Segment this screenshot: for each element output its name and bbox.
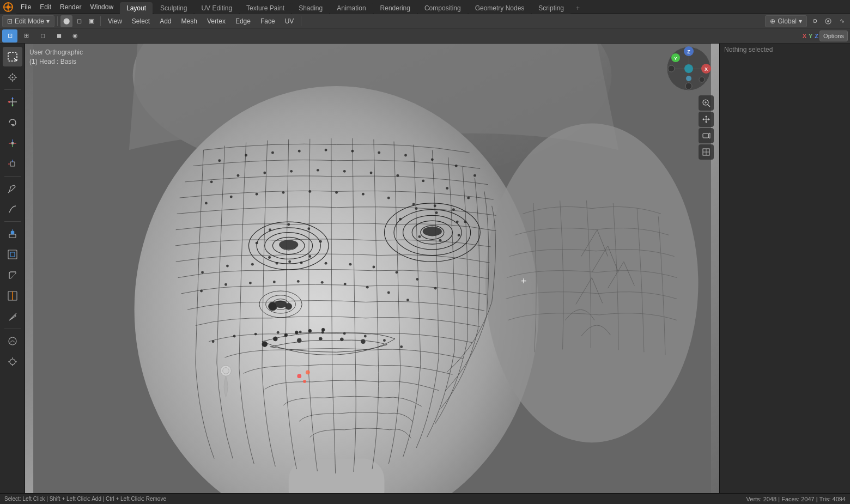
- proportional-edit-icon[interactable]: ⊙: [809, 15, 821, 27]
- menu-render[interactable]: Render: [56, 0, 86, 14]
- svg-point-8: [11, 77, 13, 78]
- transform-tool[interactable]: [3, 154, 22, 174]
- mode-selector[interactable]: ⊡ Edit Mode ▾: [2, 15, 54, 27]
- zoom-gizmo-tool[interactable]: [699, 95, 714, 111]
- loop-cut-tool[interactable]: [3, 286, 22, 306]
- svg-line-25: [8, 192, 9, 193]
- menu-file[interactable]: File: [16, 0, 35, 14]
- svg-rect-30: [10, 252, 15, 257]
- svg-marker-181: [702, 118, 704, 120]
- solid-view[interactable]: ◻: [35, 29, 50, 42]
- left-toolbar: [0, 44, 25, 493]
- add-workspace-button[interactable]: +: [572, 2, 584, 14]
- material-view[interactable]: ◼: [51, 29, 66, 42]
- select-box-tool[interactable]: [3, 47, 22, 66]
- svg-marker-15: [8, 101, 10, 103]
- shrink-fatten-tool[interactable]: [3, 352, 22, 372]
- tab-sculpting[interactable]: Sculpting: [154, 2, 193, 14]
- transform-icon: ⊕: [770, 17, 775, 25]
- vertex-stats: Verts: 2048 | Faces: 2047 | Tris: 4094: [746, 496, 846, 502]
- gizmo-tools: [699, 95, 714, 160]
- vertex-select-icon[interactable]: ⬤: [60, 15, 72, 27]
- svg-point-5: [827, 20, 829, 22]
- edge-select-icon[interactable]: ◻: [73, 15, 85, 27]
- inset-tool[interactable]: [3, 245, 22, 264]
- separator-3: [301, 16, 301, 26]
- viewport-background: [25, 44, 719, 493]
- select-menu[interactable]: Select: [127, 15, 154, 27]
- render-view[interactable]: ◉: [68, 29, 83, 42]
- annotate-tool[interactable]: [3, 179, 22, 198]
- sep-3: [4, 221, 21, 222]
- extrude-tool[interactable]: [3, 224, 22, 244]
- svg-rect-22: [10, 162, 15, 166]
- right-panel: N ▾ Transform Nothing selected: [719, 0, 850, 504]
- bevel-tool[interactable]: [3, 265, 22, 285]
- mesh-menu[interactable]: Mesh: [177, 15, 202, 27]
- svg-point-34: [10, 359, 15, 365]
- status-bar: Select: Left Click | Shift + Left Click:…: [0, 493, 850, 504]
- right-panel-xyz-container: X Y Z Options: [803, 31, 848, 41]
- tab-uv-editing[interactable]: UV Editing: [195, 2, 239, 14]
- mode-icon: ⊡: [7, 17, 13, 25]
- menu-edit[interactable]: Edit: [35, 0, 56, 14]
- transform-global-selector[interactable]: ⊕ Global ▾: [765, 15, 807, 27]
- tab-compositing[interactable]: Compositing: [418, 2, 467, 14]
- x-label: X: [803, 33, 806, 39]
- tab-animation[interactable]: Animation: [330, 2, 372, 14]
- menu-window[interactable]: Window: [86, 0, 118, 14]
- tab-shading[interactable]: Shading: [292, 2, 329, 14]
- separator-2: [100, 16, 101, 26]
- status-bar-hints: Select: Left Click | Shift + Left Click:…: [4, 496, 166, 502]
- svg-rect-27: [11, 231, 14, 234]
- wire-overlay-2[interactable]: ⊞: [19, 29, 34, 42]
- transform-chevron: ▾: [799, 17, 802, 25]
- view-menu[interactable]: View: [104, 15, 126, 27]
- draw-tool[interactable]: [3, 199, 22, 219]
- face-overlay-icon[interactable]: ⊡: [2, 29, 17, 42]
- svg-marker-13: [11, 97, 14, 99]
- z-label: Z: [815, 33, 818, 39]
- svg-rect-183: [703, 133, 708, 138]
- move-tool[interactable]: [3, 92, 22, 112]
- proportional-falloff-icon[interactable]: ∿: [836, 15, 848, 27]
- mode-chevron: ▾: [46, 17, 50, 25]
- sep-1: [4, 89, 21, 90]
- workspace-tabs: Layout Sculpting UV Editing Texture Pain…: [120, 0, 806, 14]
- camera-gizmo-tool[interactable]: [699, 128, 714, 143]
- cursor-tool[interactable]: [3, 68, 22, 87]
- top-menu-bar: File Edit Render Window Help Layout Scul…: [0, 0, 850, 14]
- y-label: Y: [809, 33, 812, 39]
- knife-tool[interactable]: [3, 307, 22, 326]
- uv-menu[interactable]: UV: [281, 15, 299, 27]
- svg-marker-184: [708, 133, 710, 138]
- sep-2: [4, 176, 21, 177]
- nothing-selected-text: Nothing selected: [723, 44, 847, 56]
- svg-rect-26: [9, 234, 16, 238]
- grid-gizmo-tool[interactable]: [699, 144, 714, 160]
- svg-marker-179: [705, 116, 707, 117]
- main-viewport[interactable]: User Orthographic (1) Head : Basis +: [25, 44, 719, 493]
- rotate-tool[interactable]: [3, 113, 22, 132]
- svg-line-176: [708, 105, 710, 107]
- vertex-menu[interactable]: Vertex: [203, 15, 230, 27]
- face-select-icon[interactable]: ▣: [86, 15, 98, 27]
- edge-menu[interactable]: Edge: [231, 15, 255, 27]
- tab-geometry-nodes[interactable]: Geometry Nodes: [469, 2, 531, 14]
- tab-texture-paint[interactable]: Texture Paint: [240, 2, 291, 14]
- xyz-display: X Y Z: [803, 33, 818, 39]
- smooth-tool[interactable]: [3, 331, 22, 351]
- tab-rendering[interactable]: Rendering: [374, 2, 417, 14]
- scale-tool[interactable]: [3, 133, 22, 153]
- svg-rect-17: [11, 142, 14, 144]
- pan-gizmo-tool[interactable]: [699, 112, 714, 127]
- svg-marker-182: [708, 118, 710, 120]
- svg-marker-14: [11, 105, 14, 107]
- add-menu[interactable]: Add: [155, 15, 175, 27]
- app-logo: [0, 0, 16, 14]
- tab-scripting[interactable]: Scripting: [532, 2, 570, 14]
- tab-layout[interactable]: Layout: [120, 2, 153, 14]
- options-button[interactable]: Options: [819, 31, 848, 41]
- snap-icon[interactable]: [822, 15, 834, 27]
- face-menu[interactable]: Face: [256, 15, 280, 27]
